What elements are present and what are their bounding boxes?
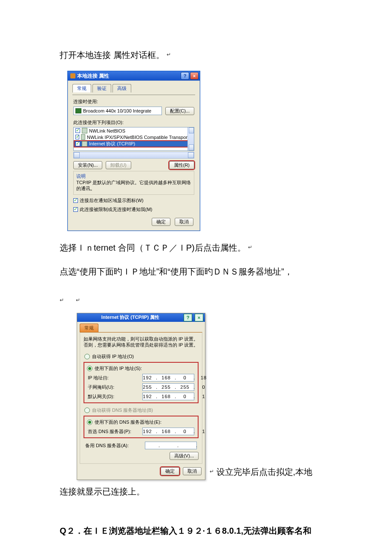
ip-address-input[interactable]: 192. 168. 0. 18 [142, 374, 194, 382]
text: 设立完毕后点击拟定,本地 [216, 467, 313, 477]
radio-label: 使用下面的 IP 地址(S): [95, 365, 142, 372]
dialog-titlebar[interactable]: Internet 协议 (TCP/IP) 属性 ? × [77, 313, 205, 322]
adapter-name: Broadcom 440x 10/100 Integrate [83, 108, 151, 113]
preferred-dns-input[interactable]: 192. 168. 0. 1 [142, 428, 194, 435]
radio-auto-dns: 自动获得 DNS 服务器地址(B) [84, 406, 199, 415]
local-connection-properties-dialog: 本地连接 属性 ? × 常规 验证 高级 连接时使用: Broadcom 440… [67, 71, 200, 231]
install-button[interactable]: 安装(N)... [73, 161, 102, 169]
dialog-title-text: Internet 协议 (TCP/IP) 属性 [77, 314, 184, 321]
protocol-icon [82, 141, 87, 147]
doc-paragraph: 点选“使用下面旳ＩＰ地址”和“使用下面旳ＤＮＳ服务器地址”， [60, 263, 358, 280]
properties-button[interactable]: 属性(R) [169, 161, 194, 169]
list-item[interactable]: NWLink IPX/SPX/NetBIOS Compatible Transp… [74, 134, 194, 140]
radio-auto-ip[interactable]: 自动获得 IP 地址(O) [84, 352, 199, 361]
connect-using-label: 连接时使用: [73, 98, 194, 105]
horizontal-scrollbar[interactable] [73, 152, 194, 159]
list-item-label: NWLink NetBIOS [89, 128, 125, 133]
radio-use-dns[interactable]: 使用下面的 DNS 服务器地址(E): [86, 418, 196, 427]
field-label: 默认网关(D): [88, 393, 114, 400]
checkbox-icon[interactable] [75, 142, 80, 146]
close-button[interactable]: × [195, 314, 203, 321]
doc-paragraph: ↵ ↵ [60, 292, 358, 309]
checkbox-label: 此连接被限制或无连接时通知我(M) [80, 206, 153, 213]
advanced-button[interactable]: 高级(V)... [170, 452, 199, 460]
text: 选择Ｉｎternet 合同（ＴＣＰ／ＩP)后点击属性。 [60, 243, 246, 252]
show-tray-checkbox-row[interactable]: 连接后在通知区域显示图标(W) [73, 197, 194, 204]
ok-button[interactable]: 确定 [161, 467, 179, 475]
tab-general[interactable]: 常规 [72, 84, 91, 92]
notify-limited-checkbox-row[interactable]: 此连接被限制或无连接时通知我(M) [73, 206, 194, 213]
text: 打开本地连接 属性对话框。 [60, 50, 164, 60]
checkbox-icon[interactable] [75, 135, 79, 139]
doc-paragraph: 连接就显示已连接上。 [60, 483, 358, 500]
document-page: 打开本地连接 属性对话框。 ↵ 本地连接 属性 ? × 常规 验证 高级 连接时… [0, 0, 392, 555]
tab-auth[interactable]: 验证 [92, 84, 111, 92]
close-button[interactable]: × [190, 72, 199, 80]
ok-button[interactable]: 确定 [152, 218, 170, 226]
preferred-dns-row: 首选 DNS 服务器(P): 192. 168. 0. 1 [86, 427, 196, 436]
doc-paragraph: 选择Ｉｎternet 合同（ＴＣＰ／ＩP)后点击属性。 ↵ [60, 240, 358, 256]
description-group: 说明 TCP/IP 是默认的广域网协议。它提供跨越多种互联网络的通讯。 [73, 171, 194, 195]
general-panel: 连接时使用: Broadcom 440x 10/100 Integrate 配置… [72, 95, 195, 214]
field-label: IP 地址(I): [88, 375, 109, 381]
info-text: 如果网络支持此功能，则可以获取自动指派的 IP 设置。否则，您需要从网络系统管理… [84, 336, 199, 348]
items-label: 此连接使用下列项目(O): [73, 119, 194, 126]
list-item-label: Internet 协议 (TCP/IP) [89, 141, 135, 147]
field-label: 首选 DNS 服务器(P): [88, 428, 131, 435]
help-button[interactable]: ? [181, 72, 189, 80]
adapter-field[interactable]: Broadcom 440x 10/100 Integrate [73, 107, 162, 115]
radio-icon[interactable] [87, 366, 92, 371]
alternate-dns-input[interactable]: . . . [145, 442, 197, 449]
help-button[interactable]: ? [184, 314, 192, 321]
radio-use-ip[interactable]: 使用下面的 IP 地址(S): [86, 364, 196, 373]
subnet-mask-row: 子网掩码(U): 255. 255. 255. 0 [86, 382, 196, 392]
cancel-button[interactable]: 取消 [175, 218, 193, 226]
doc-heading-q2: Q２．在ＩＥ浏览器地址栏输入１９２·１６8.0.1,无法弹出顾客名和 [60, 525, 358, 537]
dialog-footer: 确定 取消 [77, 464, 205, 480]
ip-section-highlight: 使用下面的 IP 地址(S): IP 地址(I): 192. 168. 0. 1… [84, 362, 199, 403]
dialog2-row: Internet 协议 (TCP/IP) 属性 ? × 常规 如果网络支持此功能… [77, 313, 358, 480]
alternate-dns-row: 备用 DNS 服务器(A): . . . [84, 441, 199, 450]
field-label: 备用 DNS 服务器(A): [85, 442, 129, 449]
dns-section-highlight: 使用下面的 DNS 服务器地址(E): 首选 DNS 服务器(P): 192. … [84, 416, 199, 438]
doc-paragraph: 打开本地连接 属性对话框。 ↵ [60, 47, 358, 63]
tab-general[interactable]: 常规 [80, 324, 98, 332]
components-listbox[interactable]: NWLink NetBIOS NWLink IPX/SPX/NetBIOS Co… [73, 127, 194, 151]
general-panel: 如果网络支持此功能，则可以获取自动指派的 IP 设置。否则，您需要从网络系统管理… [80, 332, 202, 464]
cancel-button[interactable]: 取消 [183, 467, 202, 475]
subnet-mask-input[interactable]: 255. 255. 255. 0 [142, 383, 194, 391]
paragraph-mark-icon: ↵ [210, 467, 214, 477]
tab-advanced[interactable]: 高级 [112, 84, 131, 92]
dialog-footer: 确定 取消 [72, 214, 195, 226]
ip-address-row: IP 地址(I): 192. 168. 0. 18 [86, 373, 196, 382]
protocol-icon [82, 128, 87, 133]
paragraph-mark-icon: ↵ [76, 295, 80, 305]
vertical-scrollbar[interactable] [187, 127, 194, 150]
radio-icon[interactable] [87, 419, 92, 425]
doc-paragraph-inline: ↵ 设立完毕后点击拟定,本地 [210, 464, 312, 480]
field-label: 子网掩码(U): [88, 384, 114, 390]
radio-label: 自动获得 IP 地址(O) [92, 353, 134, 360]
tab-strip: 常规 [77, 322, 205, 332]
dialog-titlebar[interactable]: 本地连接 属性 ? × [68, 71, 200, 81]
description-text: TCP/IP 是默认的广域网协议。它提供跨越多种互联网络的通讯。 [76, 179, 191, 192]
protocol-icon [81, 134, 85, 140]
nic-icon [75, 108, 81, 113]
list-item[interactable]: NWLink NetBIOS [74, 127, 194, 134]
paragraph-mark-icon: ↵ [60, 295, 64, 305]
configure-button[interactable]: 配置(C)... [165, 107, 194, 115]
gateway-input[interactable]: 192. 168. 0. 1 [142, 393, 194, 400]
paragraph-mark-icon: ↵ [248, 243, 252, 252]
radio-label: 自动获得 DNS 服务器地址(B) [92, 407, 153, 413]
description-title: 说明 [76, 173, 191, 179]
checkbox-icon[interactable] [75, 128, 80, 133]
uninstall-button: 卸载(U) [106, 161, 131, 169]
checkbox-label: 连接后在通知区域显示图标(W) [80, 197, 144, 204]
radio-icon[interactable] [84, 354, 90, 359]
list-item-tcpip[interactable]: Internet 协议 (TCP/IP) [74, 140, 194, 147]
radio-icon [84, 408, 90, 413]
checkbox-icon[interactable] [73, 207, 78, 212]
text: 点选“使用下面旳ＩＰ地址”和“使用下面旳ＤＮＳ服务器地址”， [60, 267, 293, 276]
checkbox-icon[interactable] [73, 198, 78, 203]
tab-strip: 常规 验证 高级 [72, 84, 195, 92]
